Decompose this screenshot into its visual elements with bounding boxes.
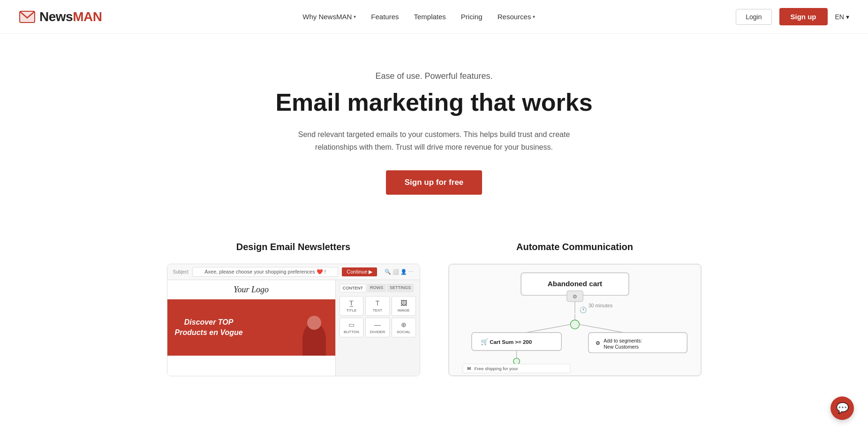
email-editor-mockup: Subject Axee, please choose your shoppin… [167, 264, 420, 376]
login-button[interactable] [736, 9, 771, 25]
automation-flow: Abandoned cart ⚙ 30 minutes 🕐 [449, 264, 701, 376]
editor-body: Your Logo Discover TOPProducts en Vogue [167, 280, 420, 376]
svg-text:30 minutes: 30 minutes [588, 303, 612, 308]
svg-point-20 [513, 358, 519, 365]
nav-item-resources[interactable]: Resources ▾ [498, 13, 536, 21]
svg-text:Free shipping for your: Free shipping for your [474, 366, 518, 371]
hero-cta-button[interactable]: Sign up for free [386, 170, 483, 195]
svg-text:⚙: ⚙ [573, 294, 577, 299]
feature-automate: Automate Communication Abandoned cart ⚙ … [434, 242, 716, 376]
logo-icon [19, 8, 36, 25]
hero-subtitle: Ease of use. Powerful features. [242, 71, 626, 81]
image-icon: 🖼 [400, 299, 407, 307]
nav-item-features[interactable]: Features [371, 13, 399, 21]
abandoned-cart-node-text: Abandoned cart [547, 280, 602, 288]
canvas-banner: Discover TOPProducts en Vogue [167, 299, 335, 356]
tool-social[interactable]: ⊕ SOCIAL [392, 318, 416, 337]
nav-item-pricing[interactable]: Pricing [461, 13, 483, 21]
title-icon: T̲ [349, 299, 354, 307]
tool-image[interactable]: 🖼 IMAGE [392, 296, 416, 316]
tool-divider[interactable]: ― DIVIDER [365, 318, 390, 337]
navbar: NewsMAN Why NewsMAN ▾ Features Templates… [0, 0, 868, 34]
nav-links: Why NewsMAN ▾ Features Templates Pricing… [302, 13, 535, 21]
features-section: Design Email Newsletters Subject Axee, p… [0, 223, 868, 386]
editor-canvas: Your Logo Discover TOPProducts en Vogue [167, 280, 335, 376]
editor-continue-button[interactable]: Continue ▶ [342, 267, 377, 276]
feature-design: Design Email Newsletters Subject Axee, p… [153, 242, 434, 376]
tool-button-label: BUTTON [344, 330, 359, 334]
svg-point-9 [570, 320, 579, 329]
editor-toolbar-icons: 🔍 ⬜ 👤 ⋯ [385, 269, 414, 275]
social-icon: ⊕ [401, 321, 407, 328]
tool-text-label: TEXT [373, 308, 382, 312]
sidebar-tab-content[interactable]: CONTENT [340, 284, 367, 292]
button-icon: ▭ [348, 321, 355, 328]
text-icon: T [376, 299, 380, 307]
tool-title-label: TITLE [346, 308, 356, 312]
sidebar-tab-rows[interactable]: ROWS [367, 284, 386, 292]
nav-right: Sign up EN ▾ [736, 8, 849, 25]
signup-button[interactable]: Sign up [779, 8, 828, 25]
nav-link-pricing[interactable]: Pricing [461, 13, 483, 21]
svg-line-10 [521, 325, 570, 334]
svg-text:Add to segments:: Add to segments: [604, 338, 642, 343]
nav-item-templates[interactable]: Templates [414, 13, 445, 21]
feature-automate-title: Automate Communication [448, 242, 702, 252]
chevron-down-icon-lang: ▾ [846, 13, 849, 21]
nav-link-templates[interactable]: Templates [414, 13, 445, 21]
logo-text: NewsMAN [39, 9, 102, 24]
chevron-down-icon-resources: ▾ [533, 14, 535, 19]
language-selector[interactable]: EN ▾ [835, 13, 849, 21]
tool-title[interactable]: T̲ TITLE [340, 296, 364, 316]
logo-link[interactable]: NewsMAN [19, 8, 102, 25]
nav-link-why[interactable]: Why NewsMAN [302, 13, 352, 21]
svg-text:🕐: 🕐 [579, 306, 587, 314]
model-head [307, 316, 321, 330]
svg-text:Cart Sum >= 200: Cart Sum >= 200 [490, 339, 532, 345]
divider-icon: ― [374, 321, 381, 328]
canvas-banner-text: Discover TOPProducts en Vogue [175, 317, 243, 338]
tool-divider-label: DIVIDER [370, 330, 385, 334]
feature-automate-image: Abandoned cart ⚙ 30 minutes 🕐 [448, 264, 702, 376]
editor-toolbar: Subject Axee, please choose your shoppin… [167, 264, 420, 280]
feature-design-title: Design Email Newsletters [167, 242, 420, 252]
tool-text[interactable]: T TEXT [365, 296, 390, 316]
sidebar-tab-settings[interactable]: SETTINGS [387, 284, 414, 292]
lang-label: EN [835, 13, 844, 21]
subject-label: Subject [173, 269, 189, 274]
model-figure [293, 295, 335, 356]
tool-social-label: SOCIAL [397, 330, 410, 334]
nav-item-why[interactable]: Why NewsMAN ▾ [302, 13, 356, 21]
svg-text:New Customers: New Customers [604, 344, 639, 350]
feature-design-image: Subject Axee, please choose your shoppin… [167, 264, 420, 376]
tool-button[interactable]: ▭ BUTTON [340, 318, 364, 337]
hero-section: Ease of use. Powerful features. Email ma… [223, 34, 645, 223]
svg-text:⚙: ⚙ [596, 340, 600, 346]
svg-text:✉: ✉ [467, 366, 471, 371]
nav-link-resources[interactable]: Resources [498, 13, 531, 21]
chevron-down-icon: ▾ [354, 14, 356, 19]
hero-description: Send relevant targeted emails to your cu… [289, 128, 580, 153]
nav-link-features[interactable]: Features [371, 13, 399, 21]
hero-title: Email marketing that works [242, 89, 626, 117]
sidebar-tabs: CONTENT ROWS SETTINGS [340, 284, 416, 292]
flow-diagram-svg: Abandoned cart ⚙ 30 minutes 🕐 [449, 265, 701, 375]
sidebar-tools: T̲ TITLE T TEXT 🖼 IMAGE [340, 296, 416, 337]
editor-subject[interactable]: Axee, please choose your shopping prefer… [192, 267, 338, 277]
svg-line-11 [579, 325, 628, 334]
editor-sidebar: CONTENT ROWS SETTINGS T̲ TITLE T TEXT [335, 280, 420, 376]
svg-text:🛒: 🛒 [481, 338, 489, 346]
tool-image-label: IMAGE [398, 308, 410, 312]
